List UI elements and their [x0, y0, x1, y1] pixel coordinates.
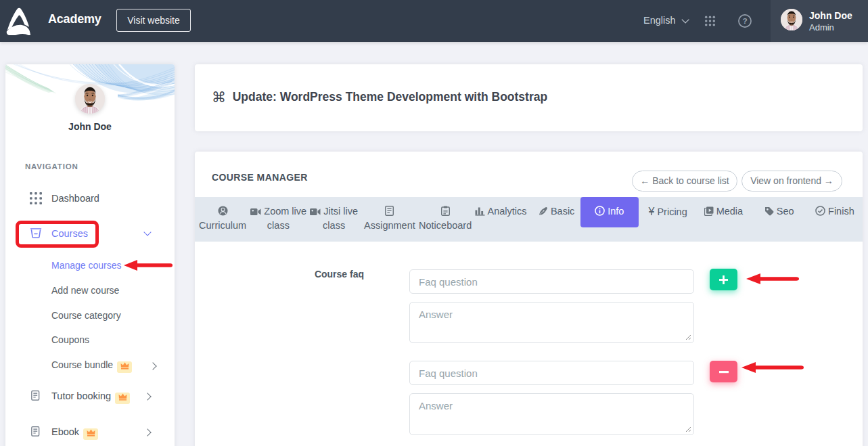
svg-text:?: ? [742, 16, 747, 26]
